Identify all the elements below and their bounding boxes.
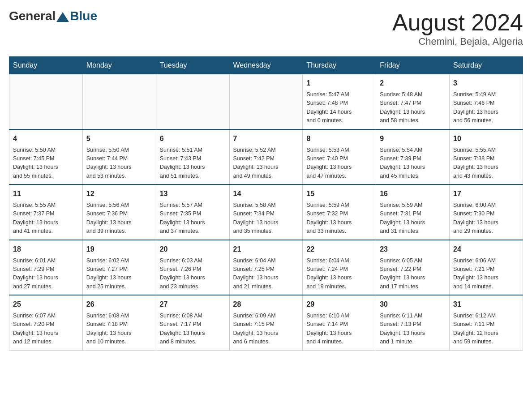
day-number: 18 bbox=[13, 244, 79, 255]
calendar-cell: 11Sunrise: 5:55 AMSunset: 7:37 PMDayligh… bbox=[9, 184, 83, 240]
day-number: 19 bbox=[86, 244, 152, 255]
calendar-cell: 23Sunrise: 6:05 AMSunset: 7:22 PMDayligh… bbox=[376, 240, 450, 295]
weekday-header-wednesday: Wednesday bbox=[229, 57, 303, 74]
calendar-week-row: 1Sunrise: 5:47 AMSunset: 7:48 PMDaylight… bbox=[9, 74, 523, 129]
day-info: Sunrise: 6:02 AMSunset: 7:27 PMDaylight:… bbox=[86, 257, 152, 291]
day-number: 28 bbox=[233, 299, 299, 310]
day-number: 21 bbox=[233, 244, 299, 255]
calendar-cell: 28Sunrise: 6:09 AMSunset: 7:15 PMDayligh… bbox=[229, 295, 303, 350]
weekday-header-friday: Friday bbox=[376, 57, 450, 74]
weekday-header-sunday: Sunday bbox=[9, 57, 83, 74]
day-number: 10 bbox=[453, 133, 519, 144]
day-info: Sunrise: 5:58 AMSunset: 7:34 PMDaylight:… bbox=[233, 201, 299, 236]
weekday-header-thursday: Thursday bbox=[303, 57, 376, 74]
calendar-cell: 3Sunrise: 5:49 AMSunset: 7:46 PMDaylight… bbox=[450, 74, 523, 129]
weekday-header-monday: Monday bbox=[82, 57, 156, 74]
calendar-cell: 4Sunrise: 5:50 AMSunset: 7:45 PMDaylight… bbox=[9, 129, 83, 185]
day-number: 23 bbox=[380, 244, 446, 255]
calendar-cell: 9Sunrise: 5:54 AMSunset: 7:39 PMDaylight… bbox=[376, 129, 450, 185]
logo: General Blue bbox=[9, 9, 97, 23]
day-info: Sunrise: 6:10 AMSunset: 7:14 PMDaylight:… bbox=[306, 312, 372, 347]
day-info: Sunrise: 6:09 AMSunset: 7:15 PMDaylight:… bbox=[233, 312, 299, 347]
day-number: 13 bbox=[160, 188, 226, 199]
day-info: Sunrise: 6:07 AMSunset: 7:20 PMDaylight:… bbox=[13, 312, 79, 347]
day-info: Sunrise: 5:59 AMSunset: 7:32 PMDaylight:… bbox=[306, 201, 372, 236]
calendar-cell: 26Sunrise: 6:08 AMSunset: 7:18 PMDayligh… bbox=[82, 295, 156, 350]
weekday-header-saturday: Saturday bbox=[450, 57, 523, 74]
day-number: 16 bbox=[380, 188, 446, 199]
day-number: 22 bbox=[306, 244, 372, 255]
calendar-cell: 8Sunrise: 5:53 AMSunset: 7:40 PMDaylight… bbox=[303, 129, 376, 185]
calendar-cell bbox=[9, 74, 83, 129]
day-number: 5 bbox=[86, 133, 152, 144]
calendar-cell: 13Sunrise: 5:57 AMSunset: 7:35 PMDayligh… bbox=[156, 184, 229, 240]
day-info: Sunrise: 6:04 AMSunset: 7:24 PMDaylight:… bbox=[306, 257, 372, 291]
day-info: Sunrise: 6:04 AMSunset: 7:25 PMDaylight:… bbox=[233, 257, 299, 291]
day-number: 20 bbox=[160, 244, 226, 255]
location-subtitle: Chemini, Bejaia, Algeria bbox=[392, 36, 523, 47]
day-number: 7 bbox=[233, 133, 299, 144]
weekday-header-tuesday: Tuesday bbox=[156, 57, 229, 74]
day-number: 31 bbox=[453, 299, 519, 310]
day-number: 6 bbox=[160, 133, 226, 144]
day-info: Sunrise: 5:54 AMSunset: 7:39 PMDaylight:… bbox=[380, 146, 446, 181]
day-info: Sunrise: 6:08 AMSunset: 7:18 PMDaylight:… bbox=[86, 312, 152, 347]
calendar-cell: 21Sunrise: 6:04 AMSunset: 7:25 PMDayligh… bbox=[229, 240, 303, 295]
calendar-week-row: 4Sunrise: 5:50 AMSunset: 7:45 PMDaylight… bbox=[9, 129, 523, 185]
main-title: August 2024 bbox=[392, 9, 523, 36]
day-number: 11 bbox=[13, 188, 79, 199]
day-info: Sunrise: 5:47 AMSunset: 7:48 PMDaylight:… bbox=[306, 90, 372, 125]
calendar-cell: 5Sunrise: 5:50 AMSunset: 7:44 PMDaylight… bbox=[82, 129, 156, 185]
day-info: Sunrise: 5:53 AMSunset: 7:40 PMDaylight:… bbox=[306, 146, 372, 181]
day-info: Sunrise: 5:52 AMSunset: 7:42 PMDaylight:… bbox=[233, 146, 299, 181]
logo-general-text: General bbox=[9, 9, 56, 23]
logo-triangle-icon bbox=[56, 12, 69, 22]
calendar-cell bbox=[229, 74, 303, 129]
day-info: Sunrise: 6:01 AMSunset: 7:29 PMDaylight:… bbox=[13, 257, 79, 291]
day-number: 3 bbox=[453, 78, 519, 89]
calendar-cell bbox=[156, 74, 229, 129]
day-number: 30 bbox=[380, 299, 446, 310]
day-number: 2 bbox=[380, 78, 446, 89]
day-info: Sunrise: 5:50 AMSunset: 7:44 PMDaylight:… bbox=[86, 146, 152, 181]
day-info: Sunrise: 6:12 AMSunset: 7:11 PMDaylight:… bbox=[453, 312, 519, 347]
calendar-week-row: 18Sunrise: 6:01 AMSunset: 7:29 PMDayligh… bbox=[9, 240, 523, 295]
day-number: 14 bbox=[233, 188, 299, 199]
title-block: August 2024 Chemini, Bejaia, Algeria bbox=[392, 9, 523, 47]
calendar-cell: 15Sunrise: 5:59 AMSunset: 7:32 PMDayligh… bbox=[303, 184, 376, 240]
calendar-cell: 24Sunrise: 6:06 AMSunset: 7:21 PMDayligh… bbox=[450, 240, 523, 295]
day-info: Sunrise: 6:08 AMSunset: 7:17 PMDaylight:… bbox=[160, 312, 226, 347]
logo-blue-text: Blue bbox=[70, 9, 97, 23]
day-info: Sunrise: 6:03 AMSunset: 7:26 PMDaylight:… bbox=[160, 257, 226, 291]
calendar-cell: 14Sunrise: 5:58 AMSunset: 7:34 PMDayligh… bbox=[229, 184, 303, 240]
day-info: Sunrise: 5:57 AMSunset: 7:35 PMDaylight:… bbox=[160, 201, 226, 236]
calendar-week-row: 25Sunrise: 6:07 AMSunset: 7:20 PMDayligh… bbox=[9, 295, 523, 350]
calendar-table: SundayMondayTuesdayWednesdayThursdayFrid… bbox=[9, 56, 523, 351]
calendar-cell: 12Sunrise: 5:56 AMSunset: 7:36 PMDayligh… bbox=[82, 184, 156, 240]
day-info: Sunrise: 5:55 AMSunset: 7:37 PMDaylight:… bbox=[13, 201, 79, 236]
calendar-cell: 2Sunrise: 5:48 AMSunset: 7:47 PMDaylight… bbox=[376, 74, 450, 129]
day-number: 8 bbox=[306, 133, 372, 144]
day-number: 9 bbox=[380, 133, 446, 144]
day-info: Sunrise: 5:49 AMSunset: 7:46 PMDaylight:… bbox=[453, 90, 519, 125]
day-info: Sunrise: 5:59 AMSunset: 7:31 PMDaylight:… bbox=[380, 201, 446, 236]
day-number: 17 bbox=[453, 188, 519, 199]
day-info: Sunrise: 5:50 AMSunset: 7:45 PMDaylight:… bbox=[13, 146, 79, 181]
day-number: 29 bbox=[306, 299, 372, 310]
calendar-cell: 16Sunrise: 5:59 AMSunset: 7:31 PMDayligh… bbox=[376, 184, 450, 240]
calendar-cell: 18Sunrise: 6:01 AMSunset: 7:29 PMDayligh… bbox=[9, 240, 83, 295]
day-number: 24 bbox=[453, 244, 519, 255]
calendar-cell: 19Sunrise: 6:02 AMSunset: 7:27 PMDayligh… bbox=[82, 240, 156, 295]
day-info: Sunrise: 5:56 AMSunset: 7:36 PMDaylight:… bbox=[86, 201, 152, 236]
calendar-cell: 17Sunrise: 6:00 AMSunset: 7:30 PMDayligh… bbox=[450, 184, 523, 240]
calendar-week-row: 11Sunrise: 5:55 AMSunset: 7:37 PMDayligh… bbox=[9, 184, 523, 240]
calendar-cell: 29Sunrise: 6:10 AMSunset: 7:14 PMDayligh… bbox=[303, 295, 376, 350]
calendar-cell: 31Sunrise: 6:12 AMSunset: 7:11 PMDayligh… bbox=[450, 295, 523, 350]
day-number: 27 bbox=[160, 299, 226, 310]
calendar-cell: 22Sunrise: 6:04 AMSunset: 7:24 PMDayligh… bbox=[303, 240, 376, 295]
calendar-cell: 27Sunrise: 6:08 AMSunset: 7:17 PMDayligh… bbox=[156, 295, 229, 350]
calendar-header-row: SundayMondayTuesdayWednesdayThursdayFrid… bbox=[9, 57, 523, 74]
calendar-cell: 10Sunrise: 5:55 AMSunset: 7:38 PMDayligh… bbox=[450, 129, 523, 185]
day-number: 15 bbox=[306, 188, 372, 199]
day-info: Sunrise: 5:48 AMSunset: 7:47 PMDaylight:… bbox=[380, 90, 446, 125]
